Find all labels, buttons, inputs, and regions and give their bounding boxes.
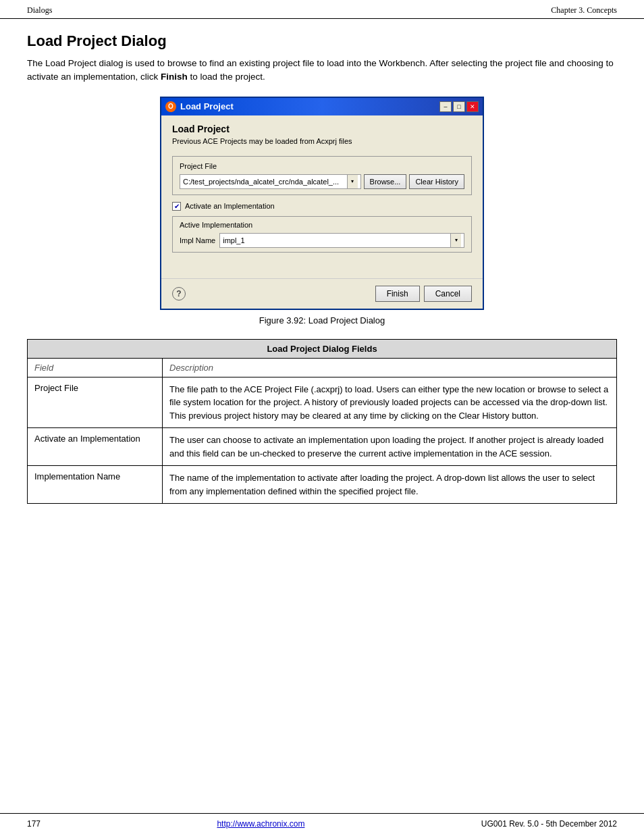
- impl-name-row: Impl Name impl_1 ▾: [180, 233, 464, 248]
- activate-label: Activate an Implementation: [185, 202, 275, 210]
- table-header-row: Load Project Dialog Fields: [28, 339, 617, 358]
- table-cell-field: Implementation Name: [28, 466, 163, 504]
- clear-history-button[interactable]: Clear History: [409, 174, 464, 189]
- page-footer: 177 http://www.achronix.com UG001 Rev. 5…: [0, 813, 644, 834]
- table-header: Load Project Dialog Fields: [28, 339, 617, 358]
- dialog-footer-buttons: Finish Cancel: [375, 286, 472, 302]
- dialog-title: Load Project: [180, 101, 234, 111]
- impl-name-value: impl_1: [223, 236, 450, 244]
- header-left: Dialogs: [27, 5, 52, 16]
- footer-doc-info: UG001 Rev. 5.0 - 5th December 2012: [481, 819, 617, 829]
- finish-button[interactable]: Finish: [375, 286, 420, 302]
- dialog-app-icon: O: [165, 101, 176, 112]
- intro-bold: Finish: [161, 72, 188, 82]
- page-content: Load Project Dialog The Load Project dia…: [0, 19, 644, 538]
- help-icon[interactable]: ?: [172, 287, 186, 301]
- page-number: 177: [27, 819, 41, 829]
- table-row: Implementation NameThe name of the imple…: [28, 466, 617, 504]
- table-cell-field: Project File: [28, 377, 163, 428]
- intro-paragraph: The Load Project dialog is used to brows…: [27, 57, 617, 84]
- fields-table: Load Project Dialog Fields Field Descrip…: [27, 339, 617, 504]
- active-impl-group-label: Active Implementation: [180, 221, 464, 229]
- footer-url[interactable]: http://www.achronix.com: [217, 819, 304, 829]
- col1-header: Field: [28, 358, 163, 377]
- dialog-titlebar: O Load Project – □ ✕: [161, 98, 483, 115]
- intro-text-start: The Load Project dialog is used to brows…: [27, 58, 614, 82]
- page-header: Dialogs Chapter 3. Concepts: [0, 0, 644, 19]
- cancel-button[interactable]: Cancel: [424, 286, 472, 302]
- dialog-main-title: Load Project: [172, 124, 472, 134]
- close-button[interactable]: ✕: [466, 101, 479, 112]
- dialog-titlebar-left: O Load Project: [165, 101, 234, 112]
- intro-text-end: to load the project.: [188, 72, 265, 82]
- table-cell-field: Activate an Implementation: [28, 428, 163, 466]
- minimize-button[interactable]: –: [439, 101, 452, 112]
- browse-button[interactable]: Browse...: [364, 174, 407, 189]
- table-row: Project FileThe file path to the ACE Pro…: [28, 377, 617, 428]
- spacer: [172, 259, 472, 270]
- col2-header: Description: [163, 358, 617, 377]
- dialog-window: O Load Project – □ ✕ Load Project Previo…: [160, 97, 484, 310]
- impl-dropdown-arrow-icon[interactable]: ▾: [450, 234, 461, 247]
- dialog-container: O Load Project – □ ✕ Load Project Previo…: [27, 97, 617, 310]
- project-file-group-label: Project File: [180, 162, 464, 170]
- project-file-group: Project File C:/test_projects/nda_alcate…: [172, 156, 472, 195]
- checkbox-check: ✔: [174, 203, 180, 210]
- project-file-input[interactable]: C:/test_projects/nda_alcatel_crc/nda_alc…: [180, 174, 361, 189]
- activate-checkbox[interactable]: ✔: [172, 202, 181, 211]
- dropdown-arrow-icon[interactable]: ▾: [347, 175, 358, 188]
- table-cell-description: The file path to the ACE Project File (.…: [163, 377, 617, 428]
- table-row: Activate an ImplementationThe user can c…: [28, 428, 617, 466]
- table-cell-description: The user can choose to activate an imple…: [163, 428, 617, 466]
- dialog-body: Load Project Previous ACE Projects may b…: [161, 115, 483, 278]
- active-impl-group: Active Implementation Impl Name impl_1 ▾: [172, 216, 472, 253]
- activate-checkbox-row[interactable]: ✔ Activate an Implementation: [172, 202, 472, 211]
- header-right: Chapter 3. Concepts: [551, 5, 617, 16]
- dialog-subtitle: Previous ACE Projects may be loaded from…: [172, 137, 472, 145]
- section-title: Load Project Dialog: [27, 32, 617, 50]
- table-cell-description: The name of the implementation to activa…: [163, 466, 617, 504]
- figure-caption: Figure 3.92: Load Project Dialog: [27, 315, 617, 325]
- impl-name-input[interactable]: impl_1 ▾: [219, 233, 464, 248]
- maximize-button[interactable]: □: [453, 101, 465, 112]
- col-header-row: Field Description: [28, 358, 617, 377]
- impl-name-label: Impl Name: [180, 236, 215, 244]
- dialog-footer: ? Finish Cancel: [161, 278, 483, 309]
- project-file-value: C:/test_projects/nda_alcatel_crc/nda_alc…: [183, 178, 347, 186]
- project-file-row: C:/test_projects/nda_alcatel_crc/nda_alc…: [180, 174, 464, 189]
- dialog-controls[interactable]: – □ ✕: [439, 101, 479, 112]
